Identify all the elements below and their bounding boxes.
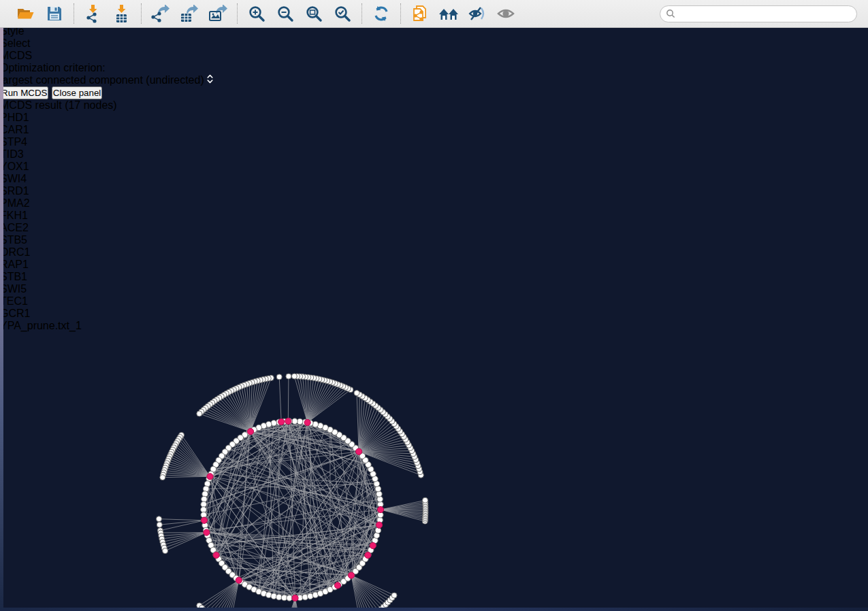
import-table-icon (113, 5, 131, 23)
first-neighbors-icon (438, 5, 459, 22)
run-mcds-button[interactable]: Run MCDS (0, 86, 48, 99)
hide-selected-icon (468, 5, 487, 22)
mcds-result-item[interactable]: CAR1 (0, 124, 868, 136)
tab-mcds[interactable]: MCDS (0, 50, 868, 62)
tab-select[interactable]: Select (0, 37, 868, 50)
select-stepper-icon (207, 74, 213, 86)
export-network-button[interactable] (150, 3, 172, 24)
mcds-result-item[interactable]: SWI4 (0, 173, 868, 185)
mcds-result-item[interactable]: YOX1 (0, 161, 868, 173)
clone-network-button[interactable] (409, 3, 431, 24)
network-leaf-nodes[interactable] (157, 374, 429, 611)
open-file-button[interactable] (15, 3, 37, 24)
mcds-result-item[interactable]: ACE2 (0, 222, 868, 234)
zoom-in-button[interactable] (246, 3, 268, 24)
search-box[interactable] (660, 5, 857, 22)
zoom-out-icon (276, 5, 294, 22)
import-network-button[interactable] (82, 3, 104, 24)
network-window-titlebar[interactable]: YPA_prune.txt_1 (0, 320, 868, 332)
refresh-network-icon (372, 5, 390, 22)
hide-selected-button[interactable] (466, 3, 488, 24)
mcds-result-item[interactable]: PMA2 (0, 197, 868, 210)
optimization-criterion-label: Optimization criterion: (0, 62, 868, 74)
first-neighbors-button[interactable] (438, 3, 460, 24)
mcds-result-item[interactable]: TEC1 (0, 295, 868, 308)
zoom-in-icon (248, 5, 266, 22)
mcds-result-item[interactable]: ORC1 (0, 246, 868, 259)
search-input[interactable] (679, 9, 851, 18)
main-toolbar (0, 0, 868, 28)
export-network-icon (151, 5, 170, 23)
network-window-title: YPA_prune.txt_1 (0, 320, 82, 331)
network-canvas[interactable] (0, 332, 868, 611)
clone-network-icon (411, 5, 429, 23)
mcds-result-group: MCDS result (17 nodes) PHD1CAR1STP4TID3Y… (0, 99, 868, 320)
mcds-result-item[interactable]: GCR1 (0, 308, 868, 320)
zoom-selected-icon (334, 5, 351, 22)
export-image-button[interactable] (207, 3, 229, 24)
show-all-icon (496, 6, 515, 21)
mcds-result-title: MCDS result (17 nodes) (0, 99, 117, 111)
zoom-fit-button[interactable] (303, 3, 325, 24)
criterion-selected-value: largest connected component (undirected) (0, 74, 204, 86)
save-session-icon (46, 5, 63, 22)
mcds-result-item[interactable]: PHD1 (0, 112, 868, 124)
mcds-result-item[interactable]: TID3 (0, 148, 868, 161)
zoom-out-button[interactable] (274, 3, 296, 24)
mcds-result-item[interactable]: SWI5 (0, 283, 868, 295)
export-image-icon (208, 5, 227, 23)
mcds-result-item[interactable]: SRD1 (0, 185, 868, 197)
mcds-result-item[interactable]: STB1 (0, 271, 868, 283)
application-window: Control Panel ✖ NetworkStyleSelectMCDS O… (0, 0, 868, 611)
mcds-result-item[interactable]: RAP1 (0, 259, 868, 271)
desktop-wallpaper-left (0, 28, 3, 608)
import-table-button[interactable] (111, 3, 133, 24)
mcds-result-list[interactable]: PHD1CAR1STP4TID3YOX1SWI4SRD1PMA2FKH1ACE2… (0, 112, 868, 320)
export-table-icon (180, 5, 199, 23)
mcds-result-item[interactable]: STP4 (0, 136, 868, 148)
close-panel-button[interactable]: Close panel (52, 86, 102, 99)
refresh-network-button[interactable] (370, 3, 392, 24)
mcds-result-item[interactable]: STB5 (0, 234, 868, 246)
mcds-result-item[interactable]: FKH1 (0, 210, 868, 222)
mcds-tab-content: Optimization criterion: largest connecte… (0, 62, 868, 99)
control-panel: Control Panel ✖ NetworkStyleSelectMCDS O… (0, 0, 868, 320)
import-network-icon (84, 5, 102, 23)
save-session-button[interactable] (44, 3, 65, 24)
desktop-wallpaper-bottom (0, 608, 868, 611)
zoom-selected-button[interactable] (332, 3, 353, 24)
zoom-fit-icon (305, 5, 323, 22)
search-icon (666, 9, 675, 18)
criterion-select[interactable]: largest connected component (undirected) (0, 74, 868, 86)
export-table-button[interactable] (178, 3, 200, 24)
open-file-icon (16, 5, 35, 22)
show-all-button[interactable] (495, 3, 517, 24)
network-view-window: YPA_prune.txt_1 (0, 320, 868, 611)
